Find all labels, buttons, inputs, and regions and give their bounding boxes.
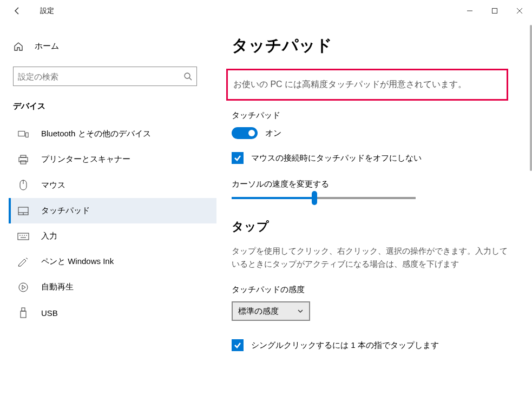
devices-icon [17,130,29,139]
checkmark-icon [233,341,242,350]
svg-rect-14 [18,233,29,240]
svg-rect-6 [21,155,26,157]
home-icon [13,42,24,51]
slider-fill [232,197,314,199]
scrollbar[interactable] [530,25,532,171]
category-title: デバイス [9,97,216,121]
sensitivity-dropdown[interactable]: 標準の感度 [232,301,310,321]
titlebar: 設定 [0,0,532,22]
window-controls [457,0,532,22]
mouse-icon [17,180,29,190]
sidebar-item-bluetooth[interactable]: Bluetooth とその他のデバイス [9,121,216,147]
cursor-speed-label: カーソルの速度を変更する [232,179,517,189]
keyboard-icon [17,233,29,240]
arrow-left-icon [13,6,22,15]
touchpad-icon [17,207,29,215]
svg-rect-8 [21,161,26,164]
svg-point-20 [19,283,28,292]
sidebar-item-mouse[interactable]: マウス [9,172,216,198]
minimize-icon [467,8,473,14]
svg-rect-7 [19,157,28,162]
svg-rect-4 [18,131,25,136]
svg-rect-1 [492,9,497,14]
autoplay-icon [17,282,29,292]
maximize-button[interactable] [482,0,507,22]
sidebar-item-label: USB [41,308,58,318]
svg-point-2 [185,73,190,78]
sensitivity-label: タッチパッドの感度 [232,285,517,295]
sidebar-item-typing[interactable]: 入力 [9,223,216,249]
mouse-off-checkbox[interactable] [232,152,244,164]
single-click-checkbox[interactable] [232,339,244,351]
sidebar-item-label: 入力 [41,231,57,241]
single-click-label: シングルクリックするには 1 本の指でタップします [251,340,439,351]
slider-thumb[interactable] [312,191,317,205]
tap-heading: タップ [232,219,517,235]
printer-icon [17,155,29,164]
close-button[interactable] [507,0,532,22]
cursor-speed-slider[interactable] [232,197,416,199]
sidebar-item-autoplay[interactable]: 自動再生 [9,274,216,300]
sidebar: ホーム デバイス Bluetooth とその他のデバイス プリンターとスキャナー [0,22,216,402]
touchpad-toggle[interactable] [232,127,258,139]
home-label: ホーム [35,41,59,51]
sidebar-item-label: 自動再生 [41,282,74,292]
pen-icon [17,257,29,267]
close-icon [516,8,523,14]
maximize-icon [491,8,498,14]
svg-rect-22 [21,311,26,318]
sidebar-item-label: Bluetooth とその他のデバイス [41,129,151,139]
toggle-state-label: オン [265,128,281,139]
minimize-button[interactable] [457,0,482,22]
chevron-down-icon [297,309,304,313]
sidebar-item-touchpad[interactable]: タッチパッド [9,198,216,223]
toggle-knob [248,130,255,136]
svg-line-3 [189,78,192,80]
sensitivity-value: 標準の感度 [238,306,279,317]
search-input[interactable] [18,72,183,81]
sidebar-item-label: ペンと Windows Ink [41,256,114,267]
window-title: 設定 [40,6,54,16]
svg-rect-5 [26,133,29,137]
sidebar-item-usb[interactable]: USB [9,300,216,326]
page-title: タッチパッド [232,35,517,57]
search-box[interactable] [13,67,197,86]
touchpad-label: タッチパッド [232,110,517,121]
home-link[interactable]: ホーム [9,35,216,58]
usb-icon [17,307,29,318]
mouse-off-label: マウスの接続時にタッチパッドをオフにしない [251,153,422,163]
main-content: タッチパッド お使いの PC には高精度タッチパッドが用意されています。 タッチ… [216,22,532,402]
search-icon [183,72,192,81]
tap-description: タップを使用してクリック、右クリック、選択の操作ができます。入力しているときにタ… [232,245,508,271]
sidebar-item-printers[interactable]: プリンターとスキャナー [9,147,216,172]
sidebar-item-pen[interactable]: ペンと Windows Ink [9,249,216,274]
sidebar-item-label: プリンターとスキャナー [41,154,130,164]
svg-rect-21 [22,308,25,311]
sidebar-item-label: マウス [41,180,65,190]
back-button[interactable] [6,0,28,22]
checkmark-icon [233,154,242,162]
precision-notice: お使いの PC には高精度タッチパッドが用意されています。 [226,69,508,101]
sidebar-item-label: タッチパッド [41,206,90,216]
